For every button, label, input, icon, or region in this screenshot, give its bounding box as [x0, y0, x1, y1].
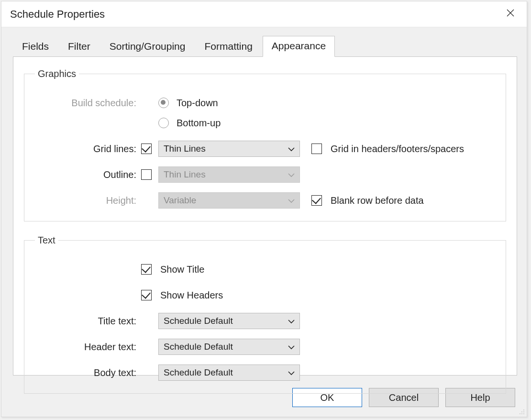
outline-label: Outline: [35, 169, 141, 180]
grid-headers-checkbox[interactable] [311, 144, 322, 154]
height-value: Variable [164, 195, 196, 206]
outline-style-select: Thin Lines [158, 166, 300, 183]
svg-point-3 [520, 413, 520, 414]
svg-point-4 [521, 413, 522, 414]
blank-row-label: Blank row before data [327, 195, 424, 206]
build-bottom-up-label: Bottom-up [172, 118, 221, 129]
header-text-select[interactable]: Schedule Default [158, 339, 300, 355]
graphics-legend: Graphics [35, 68, 79, 79]
chevron-down-icon [288, 169, 295, 180]
svg-point-2 [523, 411, 524, 412]
body-text-row: Body text: Schedule Default [35, 364, 495, 382]
svg-point-1 [521, 411, 522, 412]
chevron-down-icon [288, 316, 295, 326]
grid-lines-style-select[interactable]: Thin Lines [158, 141, 300, 157]
title-text-select[interactable]: Schedule Default [158, 313, 300, 329]
build-bottom-up-radio [158, 118, 169, 128]
height-select: Variable [158, 192, 300, 209]
height-row: Height: Variable Blank row before data [35, 191, 495, 210]
build-schedule-row: Build schedule: Top-down [35, 94, 495, 112]
grid-lines-checkbox[interactable] [141, 144, 152, 154]
title-text-value: Schedule Default [164, 316, 233, 326]
show-title-label: Show Title [156, 264, 204, 275]
show-headers-checkbox[interactable] [141, 290, 152, 300]
tab-fields[interactable]: Fields [13, 36, 58, 57]
close-button[interactable] [503, 7, 518, 22]
outline-row: Outline: Thin Lines [35, 166, 495, 184]
schedule-properties-dialog: Schedule Properties Fields Filter Sortin… [1, 1, 527, 417]
chevron-down-icon [288, 144, 295, 154]
tab-formatting[interactable]: Formatting [195, 36, 261, 57]
build-schedule-row-2: Bottom-up [35, 114, 495, 132]
tab-sorting-grouping[interactable]: Sorting/Grouping [100, 36, 195, 57]
body-text-value: Schedule Default [164, 367, 233, 378]
resize-grip-icon[interactable] [517, 407, 526, 416]
build-schedule-label: Build schedule: [35, 98, 141, 109]
body-text-label: Body text: [35, 367, 141, 378]
grid-lines-label: Grid lines: [35, 144, 141, 155]
chevron-down-icon [288, 342, 295, 352]
outline-style-value: Thin Lines [164, 169, 206, 180]
close-icon [506, 9, 515, 20]
appearance-tab-page: Graphics Build schedule: Top-down Bottom… [13, 56, 517, 376]
body-text-select[interactable]: Schedule Default [158, 365, 300, 381]
build-top-down-radio [158, 98, 169, 108]
text-group: Text Show Title Show Headers Title text: [24, 235, 506, 394]
header-text-label: Header text: [35, 342, 141, 353]
grid-lines-style-value: Thin Lines [164, 144, 206, 154]
tab-filter[interactable]: Filter [59, 36, 100, 57]
show-title-checkbox[interactable] [141, 264, 152, 275]
chevron-down-icon [288, 195, 295, 206]
show-headers-row: Show Headers [35, 286, 495, 304]
text-legend: Text [35, 235, 58, 246]
tab-appearance[interactable]: Appearance [263, 36, 335, 57]
build-top-down-label: Top-down [172, 98, 218, 109]
grid-headers-label: Grid in headers/footers/spacers [327, 144, 464, 155]
height-label: Height: [35, 195, 141, 206]
show-headers-label: Show Headers [156, 290, 223, 301]
svg-point-5 [523, 413, 524, 414]
graphics-group: Graphics Build schedule: Top-down Bottom… [24, 68, 506, 221]
title-text-label: Title text: [35, 316, 141, 327]
chevron-down-icon [288, 367, 295, 378]
grid-lines-row: Grid lines: Thin Lines Grid in headers/ [35, 140, 495, 158]
header-text-row: Header text: Schedule Default [35, 338, 495, 356]
titlebar: Schedule Properties [1, 1, 527, 27]
outline-checkbox[interactable] [141, 169, 152, 180]
blank-row-checkbox[interactable] [311, 195, 322, 206]
header-text-value: Schedule Default [164, 342, 233, 352]
tab-strip: Fields Filter Sorting/Grouping Formattin… [1, 36, 527, 57]
dialog-title: Schedule Properties [10, 8, 105, 21]
show-title-row: Show Title [35, 260, 495, 278]
svg-point-0 [523, 409, 524, 410]
title-text-row: Title text: Schedule Default [35, 312, 495, 330]
